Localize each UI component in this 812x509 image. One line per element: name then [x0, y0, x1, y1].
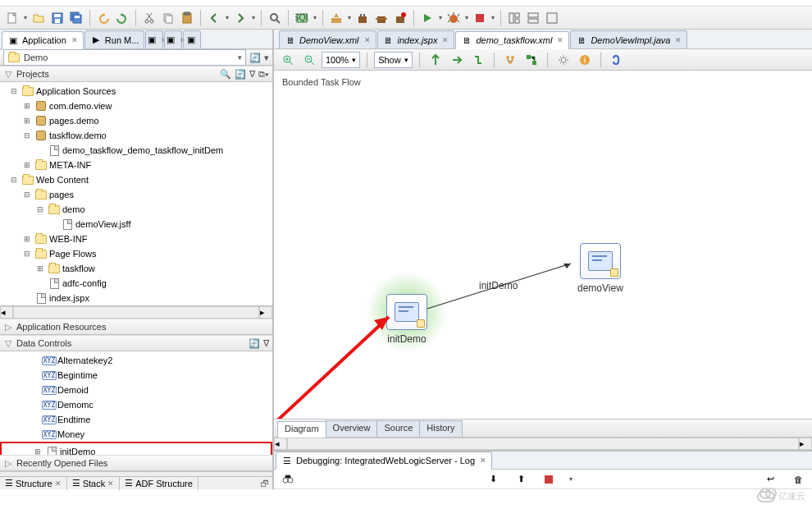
editor-scrollbar[interactable]: ◂▸: [274, 437, 812, 450]
tab-run[interactable]: ▶Run M...: [84, 30, 145, 48]
scroll-up-icon[interactable]: ⬆: [512, 470, 530, 488]
layout3-button[interactable]: [543, 9, 561, 27]
tab-mini3[interactable]: ▣: [183, 30, 201, 48]
tree-node[interactable]: adfc-config: [0, 276, 272, 291]
dc-node[interactable]: XYZDemoid: [0, 383, 272, 397]
copy-button[interactable]: [159, 9, 177, 27]
tree-node[interactable]: demo_taskflow_demo_taskflow_initDem: [0, 143, 272, 158]
clear-icon[interactable]: 🗑: [789, 470, 807, 488]
cancel-build-button[interactable]: [391, 9, 409, 27]
back-button[interactable]: [205, 9, 223, 27]
stop-log-button[interactable]: [540, 470, 558, 488]
dc-node[interactable]: ⊞initDemo: [2, 444, 270, 455]
dropdown-icon[interactable]: ▾: [568, 475, 574, 483]
sql-button[interactable]: SQL: [293, 9, 311, 27]
close-icon[interactable]: ✕: [364, 36, 371, 44]
tree-node[interactable]: ⊟pages: [0, 187, 272, 202]
dropdown-icon[interactable]: ▾: [463, 14, 470, 21]
app-resources-header[interactable]: ▷ Application Resources: [0, 319, 272, 335]
tree-node[interactable]: ⊟Application Sources: [0, 84, 272, 99]
node-initdemo[interactable]: initDemo: [386, 294, 427, 345]
tree-node[interactable]: ⊞META-INF: [0, 158, 272, 172]
layout-button[interactable]: [505, 9, 523, 27]
info-tool[interactable]: i: [576, 51, 594, 69]
tab-debug-log[interactable]: ☰Debugging: IntegratedWebLogicServer - L…: [276, 452, 492, 470]
stop-button[interactable]: [471, 9, 489, 27]
tree-node[interactable]: ⊞taskflow: [0, 261, 272, 276]
redo-button[interactable]: [113, 9, 131, 27]
binding-tool[interactable]: [608, 51, 626, 69]
scroll-down-icon[interactable]: ⬇: [484, 470, 502, 488]
diagram-tab-diagram[interactable]: Diagram: [277, 421, 326, 438]
twisty-icon[interactable]: ⊞: [21, 117, 33, 125]
close-icon[interactable]: ✕: [71, 36, 78, 44]
expand-icon[interactable]: ▷: [3, 458, 13, 469]
twisty-icon[interactable]: ⊟: [21, 190, 33, 199]
close-icon[interactable]: ✕: [675, 36, 682, 44]
dc-node[interactable]: XYZBegintime: [0, 368, 272, 383]
zoom-out-button[interactable]: [300, 51, 318, 69]
twisty-icon[interactable]: ⊟: [21, 250, 33, 258]
twisty-icon[interactable]: ⊟: [34, 205, 46, 213]
editor-tab[interactable]: 🗎DemoView.xml✕: [279, 30, 376, 48]
refresh-icon[interactable]: 🔄: [249, 338, 260, 349]
refresh-icon[interactable]: 🔄: [249, 53, 261, 63]
show-combo[interactable]: Show▾: [374, 52, 413, 68]
twisty-icon[interactable]: ⊞: [21, 102, 33, 110]
tree-node[interactable]: ⊟Page Flows: [0, 246, 272, 261]
tab-application[interactable]: ▣Application✕: [2, 31, 84, 49]
twisty-icon[interactable]: ⊞: [21, 161, 33, 169]
tab-structure[interactable]: ☰Structure✕: [0, 477, 67, 490]
dc-node[interactable]: XYZDemomc: [0, 397, 272, 412]
save-all-button[interactable]: [67, 9, 85, 27]
dropdown-icon[interactable]: ▾: [250, 14, 257, 21]
deploy-button[interactable]: [327, 9, 345, 27]
twisty-icon[interactable]: ⊞: [34, 264, 46, 273]
dc-node[interactable]: XYZAlternatekey2: [0, 353, 272, 368]
tree-node[interactable]: ⊞com.demo.view: [0, 99, 272, 113]
tree-node[interactable]: ⊟taskflow.demo: [0, 128, 272, 143]
cut-button[interactable]: [140, 9, 158, 27]
layout-tool[interactable]: [501, 51, 519, 69]
app-selector[interactable]: Demo ▾: [3, 49, 246, 66]
diagram-canvas[interactable]: Bounded Task Flow initDemo demoView init…: [274, 71, 812, 419]
data-controls-header[interactable]: ▽ Data Controls 🔄 ∇: [0, 335, 272, 351]
diagram-tab-source[interactable]: Source: [376, 420, 420, 437]
link-tool[interactable]: [469, 51, 487, 69]
tree-node[interactable]: index.jspx: [0, 291, 272, 305]
new-button[interactable]: [3, 9, 21, 27]
tree-node[interactable]: ⊟Web Content: [0, 172, 272, 187]
open-button[interactable]: [30, 9, 48, 27]
twisty-icon[interactable]: ⊟: [8, 87, 20, 95]
close-icon[interactable]: ✕: [55, 479, 62, 488]
editor-tab[interactable]: 🗎demo_taskflow.xml✕: [455, 31, 569, 49]
return-tool[interactable]: [448, 51, 466, 69]
node-demoview[interactable]: demoView: [577, 243, 623, 294]
zoom-combo[interactable]: 100%▾: [322, 52, 360, 68]
zoom-in-button[interactable]: [279, 51, 297, 69]
dropdown-icon[interactable]: ▾: [437, 14, 444, 21]
dropdown-icon[interactable]: ▾: [224, 14, 230, 21]
twisty-icon[interactable]: ⊞: [32, 447, 43, 455]
tree-node[interactable]: ⊟demo: [0, 202, 272, 217]
find-button[interactable]: [266, 9, 284, 27]
dropdown-icon[interactable]: ▾: [312, 14, 318, 21]
options-icon[interactable]: ⧉▾: [258, 69, 269, 80]
rebuild-button[interactable]: [372, 9, 390, 27]
tab-stack[interactable]: ☰Stack✕: [67, 477, 121, 490]
forward-button[interactable]: [231, 9, 249, 27]
tab-mini2[interactable]: ▣✕: [164, 30, 182, 48]
make-button[interactable]: [354, 9, 372, 27]
diagram-tab-history[interactable]: History: [419, 420, 462, 437]
expand-icon[interactable]: ▷: [3, 322, 13, 332]
twisty-icon[interactable]: ⊟: [21, 131, 33, 140]
save-button[interactable]: [48, 9, 66, 27]
tab-mini1[interactable]: ▣✕: [145, 30, 163, 48]
dropdown-icon[interactable]: ▾: [22, 14, 29, 21]
run-button[interactable]: [418, 9, 436, 27]
collapse-icon[interactable]: ▽: [3, 338, 13, 349]
tree-node[interactable]: ⊞WEB-INF: [0, 232, 272, 246]
close-icon[interactable]: ✕: [480, 456, 486, 465]
sync-icon[interactable]: 🔍: [220, 69, 231, 80]
dropdown-icon[interactable]: ▾: [490, 14, 496, 21]
